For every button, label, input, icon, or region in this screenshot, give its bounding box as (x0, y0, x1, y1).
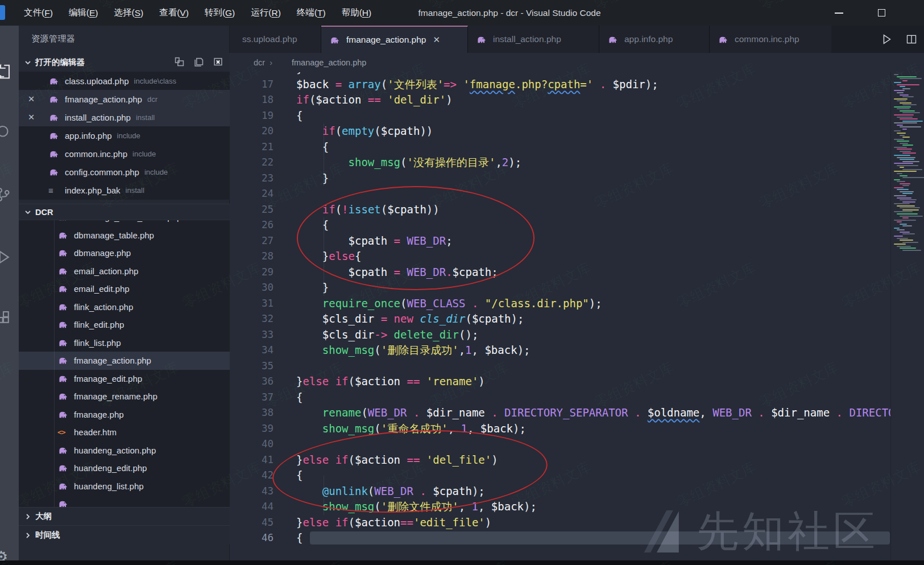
minimap-line (894, 187, 904, 188)
minimap-line (897, 100, 906, 101)
minimap[interactable] (893, 74, 922, 253)
tab-ss-upload-php[interactable]: ss.upload.php (230, 26, 321, 53)
tree-item-flink_action.php[interactable]: flink_action.php (19, 298, 230, 316)
explorer-icon[interactable] (0, 63, 12, 80)
code-line-content: }else if($action == 'rename') (274, 374, 485, 390)
tree-item-header.htm[interactable]: <>header.htm (19, 423, 230, 442)
php-file-icon (57, 231, 70, 240)
close-editor-icon[interactable]: ✕ (28, 95, 36, 103)
line-number: 24 (230, 186, 274, 202)
run-debug-icon[interactable] (0, 249, 12, 266)
open-editor-item[interactable]: common.inc.phpinclude (19, 145, 230, 163)
open-editor-item[interactable]: ≡index.php_bakinstall (19, 181, 230, 199)
tree-item-email_action.php[interactable]: email_action.php (19, 262, 230, 281)
minimap-line (897, 108, 910, 109)
open-editor-item[interactable]: app.info.phpinclude (19, 126, 230, 145)
tree-item-dbmanage_table.php[interactable]: dbmanage_table.php (19, 226, 230, 245)
code-line-content: { (274, 530, 303, 546)
close-tab-icon[interactable]: ✕ (433, 35, 440, 45)
search-icon[interactable] (0, 123, 12, 141)
menu-item-t[interactable]: 终端(T) (289, 0, 334, 26)
tree-item-fmanage.php[interactable]: fmanage.php (19, 406, 230, 424)
menu-item-s[interactable]: 选择(S) (106, 0, 152, 26)
tree-indent-guide (54, 220, 55, 513)
open-editors-section-header[interactable]: 打开的编辑器 (19, 53, 230, 72)
tree-item-huandeng_list.php[interactable]: huandeng_list.php (19, 477, 230, 496)
code-line-content: $cls_dir-> delete_dir(); (274, 327, 478, 343)
code-line-31: 31 require_once(WEB_CLASS . "/class.dir.… (230, 296, 891, 312)
dcr-folder-section-header[interactable]: DCR (19, 204, 230, 220)
save-all-icon[interactable] (194, 57, 204, 68)
run-code-button[interactable] (874, 33, 899, 46)
toggle-editor-layout-icon[interactable] (175, 57, 184, 68)
timeline-section-header[interactable]: 时间线 (19, 525, 230, 545)
breadcrumb-folder[interactable]: dcr (254, 58, 265, 67)
minimap-line (902, 145, 913, 146)
html-file-icon: <> (57, 428, 70, 436)
php-file-icon (607, 35, 620, 44)
open-editor-path: include\class (134, 77, 176, 85)
line-number: 30 (230, 280, 274, 296)
open-editor-item[interactable]: ✕fmanage_action.phpdcr (19, 90, 230, 108)
maximize-button[interactable] (864, 0, 898, 26)
editor-tab-bar: ss.upload.phpfmanage_action.php✕install_… (230, 26, 924, 53)
split-editor-button[interactable] (899, 34, 924, 45)
open-editor-item[interactable]: ✕install_action.phpinstall (19, 108, 230, 126)
minimap-line (897, 246, 911, 247)
minimap-line (897, 229, 905, 230)
extensions-icon[interactable] (0, 309, 12, 326)
menu-item-g[interactable]: 转到(G) (197, 0, 243, 26)
open-editor-item[interactable]: class.upload.phpinclude\class (19, 72, 230, 90)
minimap-line (902, 193, 913, 194)
menu-item-h[interactable]: 帮助(H) (334, 0, 380, 26)
close-editor-icon[interactable]: ✕ (28, 113, 36, 121)
php-file-icon (57, 464, 70, 472)
open-editor-item[interactable]: config.common.phpinclude (19, 163, 230, 181)
minimap-line (902, 152, 916, 154)
tree-item-huandeng_action.php[interactable]: huandeng_action.php (19, 442, 230, 460)
php-file-icon (48, 77, 61, 85)
tab-install-action-php[interactable]: install_action.php (468, 26, 599, 53)
tree-item-flink_edit.php[interactable]: flink_edit.php (19, 316, 230, 334)
close-all-editors-icon[interactable] (213, 57, 223, 68)
tab-app-info-php[interactable]: app.info.php (599, 26, 710, 53)
code-line-37: 37{ (230, 390, 891, 406)
code-line-19: 19{ (230, 108, 891, 124)
minimap-line (894, 98, 908, 100)
tree-item-huandeng_edit.php[interactable]: huandeng_edit.php (19, 459, 230, 477)
code-line-content: if($action == 'del_dir') (274, 92, 453, 108)
tab-label: ss.upload.php (242, 34, 297, 44)
line-number: 19 (230, 108, 274, 124)
minimap-line (900, 143, 908, 144)
tree-item-dbmanage_table_action.php[interactable]: dbmanage_table_action.php (19, 220, 230, 226)
code-line-24: 24 (230, 186, 891, 202)
line-number: 27 (230, 233, 274, 249)
minimap-line (902, 225, 912, 226)
tree-item-dbmanage.php[interactable]: dbmanage.php (19, 244, 230, 262)
open-editor-path: include (132, 150, 156, 158)
minimap-line (900, 102, 911, 104)
tab-fmanage-action-php[interactable]: fmanage_action.php✕ (321, 26, 468, 53)
tree-item-flink_list.php[interactable]: flink_list.php (19, 334, 230, 352)
tree-item-fmanage_edit.php[interactable]: fmanage_edit.php (19, 370, 230, 388)
minimap-line (897, 92, 904, 93)
chevron-right-icon (24, 513, 31, 520)
tree-item-fmanage_action.php[interactable]: fmanage_action.php (19, 352, 230, 370)
timeline-label: 时间线 (35, 530, 60, 541)
tree-item-filename: dbmanage.php (74, 248, 131, 258)
php-file-icon (329, 36, 342, 44)
code-line-content: } (274, 171, 329, 187)
breadcrumb-file[interactable]: fmanage_action.php (292, 58, 366, 67)
outline-section-header[interactable]: 大纲 (19, 507, 230, 525)
tree-item-email_edit.php[interactable]: email_edit.php (19, 280, 230, 298)
open-editor-filename: index.php_bak (65, 185, 121, 195)
title-bar: 文件(F)编辑(E)选择(S)查看(V)转到(G)运行(R)终端(T)帮助(H)… (0, 0, 924, 26)
menu-item-e[interactable]: 编辑(E) (61, 0, 106, 26)
tab-common-inc-php[interactable]: common.inc.php (710, 26, 832, 53)
menu-item-r[interactable]: 运行(R) (243, 0, 289, 26)
tree-item-fmanage_rename.php[interactable]: fmanage_rename.php (19, 387, 230, 406)
menu-item-v[interactable]: 查看(V) (151, 0, 197, 26)
source-control-icon[interactable] (0, 186, 12, 203)
minimize-button[interactable] (822, 0, 856, 26)
menu-item-f[interactable]: 文件(F) (16, 0, 61, 26)
